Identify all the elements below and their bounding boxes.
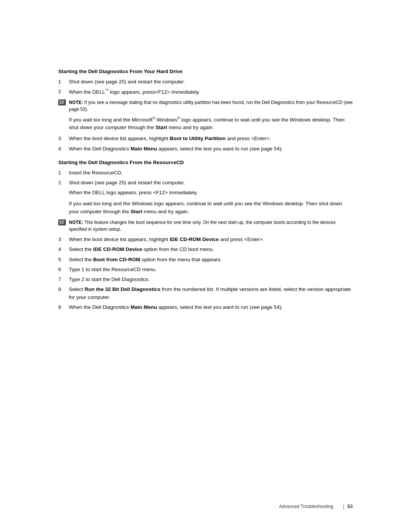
- step-content: Type 1 to start the ResourceCD menu.: [69, 266, 353, 273]
- section2-steps2: 3 When the boot device list appears, hig…: [58, 236, 353, 311]
- para-wait-1: If you wait too long and the Microsoft® …: [69, 116, 353, 132]
- step-number: 3: [58, 135, 69, 142]
- note-text-2: NOTE: This feature changes the boot sequ…: [69, 219, 353, 233]
- list-item: 1 Insert the ResourceCD.: [58, 169, 353, 177]
- note-label: NOTE:: [69, 100, 83, 105]
- reg-sup-1: ®: [153, 116, 155, 120]
- step-content: Select the Boot from CD-ROM option from …: [69, 256, 353, 264]
- step-number: 7: [58, 276, 69, 283]
- list-item: 2 When the DELL™ logo appears, press<F12…: [58, 88, 353, 96]
- trademark-sup: ™: [105, 88, 108, 92]
- list-item: 8 Select Run the 32 Bit Dell Diagnostics…: [58, 286, 353, 301]
- list-item: 4 Select the IDE CD-ROM Device option fr…: [58, 246, 353, 253]
- note-icon-2: [58, 219, 69, 226]
- footer-page-number: 53: [347, 503, 353, 509]
- footer: Advanced Troubleshooting | 53: [0, 503, 411, 509]
- pencil-icon: [59, 100, 65, 105]
- list-item: 2 Shut down (see page 25) and restart th…: [58, 179, 353, 187]
- bold-boot: Boot to Utility Partition: [170, 136, 226, 141]
- para-dell-logo: When the DELL logo appears, press <F12> …: [69, 189, 353, 197]
- step-content: When the Dell Diagnostics Main Menu appe…: [69, 304, 353, 311]
- note-text-1: NOTE: If you see a message stating that …: [69, 99, 353, 113]
- step-number: 9: [58, 304, 69, 311]
- step-number: 8: [58, 286, 69, 301]
- note-body: If you see a message stating that no dia…: [69, 100, 353, 112]
- footer-section-label: Advanced Troubleshooting: [279, 504, 333, 509]
- step-content: Insert the ResourceCD.: [69, 169, 353, 177]
- note-body-2: This feature changes the boot sequence f…: [69, 220, 336, 232]
- step-content: When the Dell Diagnostics Main Menu appe…: [69, 145, 353, 153]
- note-icon-image-2: [58, 219, 66, 225]
- note-icon: [58, 99, 69, 106]
- list-item: 3 When the boot device list appears, hig…: [58, 236, 353, 243]
- section2-heading: Starting the Dell Diagnostics From the R…: [58, 160, 353, 165]
- step-content: When the DELL™ logo appears, press<F12> …: [69, 88, 353, 96]
- bold-start-2: Start: [131, 209, 142, 214]
- step-content: When the boot device list appears, highl…: [69, 135, 353, 142]
- bold-start: Start: [155, 125, 167, 130]
- step-content: Shut down (see page 25) and restart the …: [69, 179, 353, 187]
- note-block-1: NOTE: If you see a message stating that …: [58, 99, 353, 113]
- list-item: 6 Type 1 to start the ResourceCD menu.: [58, 266, 353, 273]
- bold-ide-2: IDE CD-ROM Device: [93, 246, 142, 252]
- section2-steps: 1 Insert the ResourceCD. 2 Shut down (se…: [58, 169, 353, 187]
- step-content: Select Run the 32 Bit Dell Diagnostics f…: [69, 286, 353, 301]
- bold-main-menu-1: Main Menu: [131, 146, 157, 152]
- para-wait-2: If you wait too long and the Windows log…: [69, 200, 353, 216]
- step-number: 2: [58, 88, 69, 96]
- footer-divider: |: [343, 504, 344, 509]
- step-content: Type 2 to start the Dell Diagnostics.: [69, 276, 353, 283]
- step-number: 2: [58, 179, 69, 187]
- list-item: 4 When the Dell Diagnostics Main Menu ap…: [58, 145, 353, 153]
- note-icon-image: [58, 99, 66, 105]
- step-number: 5: [58, 256, 69, 264]
- pencil-icon-2: [59, 220, 65, 225]
- list-item: 7 Type 2 to start the Dell Diagnostics.: [58, 276, 353, 283]
- list-item: 3 When the boot device list appears, hig…: [58, 135, 353, 142]
- svg-rect-0: [60, 101, 64, 104]
- step-number: 1: [58, 169, 69, 177]
- step-content: When the boot device list appears, highl…: [69, 236, 353, 243]
- bold-main-menu-2: Main Menu: [131, 304, 157, 310]
- bold-32bit: Run the 32 Bit Dell Diagnostics: [84, 286, 161, 292]
- step-number: 6: [58, 266, 69, 273]
- list-item: 9 When the Dell Diagnostics Main Menu ap…: [58, 304, 353, 311]
- section1-heading: Starting the Dell Diagnostics From Your …: [58, 69, 353, 74]
- page: Starting the Dell Diagnostics From Your …: [0, 0, 411, 532]
- svg-rect-3: [60, 220, 64, 224]
- bold-boot-cd: Boot from CD-ROM: [93, 257, 140, 262]
- step-number: 1: [58, 78, 69, 86]
- reg-sup-2: ®: [177, 116, 180, 120]
- list-item: 1 Shut down (see page 25) and restart th…: [58, 78, 353, 86]
- note-block-2: NOTE: This feature changes the boot sequ…: [58, 219, 353, 233]
- step-content: Select the IDE CD-ROM Device option from…: [69, 246, 353, 253]
- step-number: 4: [58, 145, 69, 153]
- note-label-2: NOTE:: [69, 220, 83, 225]
- section1-steps: 1 Shut down (see page 25) and restart th…: [58, 78, 353, 96]
- step-number: 3: [58, 236, 69, 243]
- step-number: 4: [58, 246, 69, 253]
- bold-ide-1: IDE CD-ROM Device: [170, 236, 219, 242]
- step-content: Shut down (see page 25) and restart the …: [69, 78, 353, 86]
- section1-steps2: 3 When the boot device list appears, hig…: [58, 135, 353, 153]
- list-item: 5 Select the Boot from CD-ROM option fro…: [58, 256, 353, 264]
